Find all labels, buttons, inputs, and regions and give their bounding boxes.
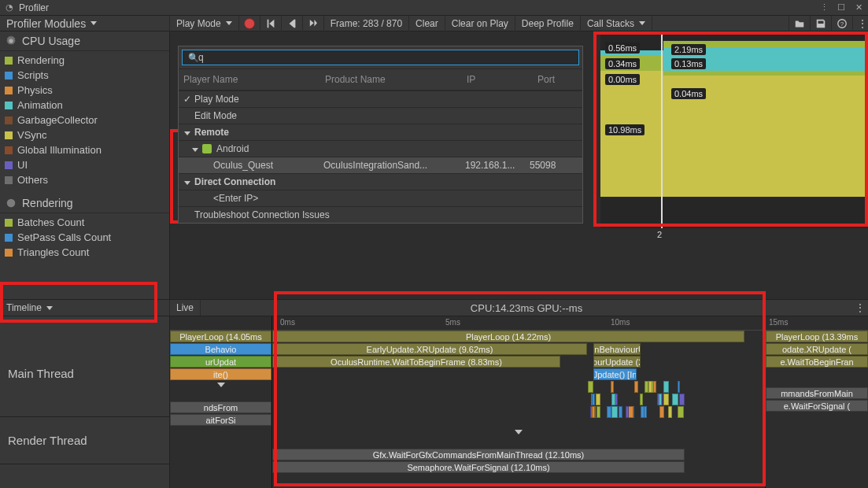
timeline-bar[interactable]: PlayerLoop (13.39ms — [766, 331, 868, 342]
rendering-module-header[interactable]: Rendering — [0, 194, 169, 213]
deep-profile-button[interactable]: Deep Profile — [515, 16, 581, 31]
clear-on-play-button[interactable]: Clear on Play — [445, 16, 515, 31]
legend-item[interactable]: Physics — [5, 83, 164, 98]
timeline-bar[interactable]: EarlyUpdate.XRUpdate (9.62ms) — [272, 343, 587, 355]
rendering-legend: Batches CountSetPass Calls CountTriangle… — [0, 213, 169, 261]
legend-item[interactable]: VSync — [5, 128, 164, 142]
profiler-modules-dropdown[interactable]: Profiler Modules — [0, 16, 170, 31]
frame-prev-button[interactable] — [282, 16, 303, 31]
timeline-bar[interactable]: aitForSi — [170, 414, 271, 426]
ruler-tick: 10ms — [611, 318, 630, 327]
call-stacks-dropdown[interactable]: Call Stacks — [581, 16, 652, 31]
legend-label: VSync — [17, 129, 47, 141]
timeline-bar[interactable]: e.WaitToBeginFran — [766, 356, 868, 368]
legend-swatch — [5, 249, 13, 257]
timeline-bar[interactable]: unBehaviourU — [593, 343, 641, 355]
expand-icon[interactable] — [515, 430, 523, 434]
main-toolbar: Profiler Modules Play Mode Frame: 283 / … — [0, 16, 868, 31]
timeline-bar[interactable]: Semaphore.WaitForSignal (12.10ms) — [272, 461, 685, 473]
legend-item[interactable]: Scripts — [5, 68, 164, 83]
legend-item[interactable]: SetPass Calls Count — [5, 230, 164, 245]
chart-value-label: 0.04ms — [671, 88, 706, 99]
legend-item[interactable]: Triangles Count — [5, 245, 164, 260]
chart-value-label: 0.34ms — [605, 58, 640, 69]
overflow-menu-button[interactable]: ⋮ — [852, 16, 868, 31]
legend-label: UI — [17, 159, 28, 171]
timeline-view-dropdown[interactable]: Timeline — [0, 300, 170, 316]
chart-frame-label: 2 — [657, 230, 662, 239]
row-enter-ip[interactable]: <Enter IP> — [179, 190, 582, 206]
profiler-icon: ◔ — [3, 2, 16, 14]
expand-icon[interactable] — [217, 383, 225, 387]
timeline-toolbar: Timeline Live CPU:14.23ms GPU:--ms ⋮ — [0, 299, 868, 316]
timeline-bar[interactable]: urUpdat — [170, 356, 271, 368]
frame-first-button[interactable] — [260, 16, 282, 31]
timeline-bar[interactable]: ite() — [170, 368, 271, 380]
svg-rect-9 — [663, 71, 868, 76]
legend-swatch — [5, 131, 13, 139]
timeline-bar[interactable]: iourUpdate (2 — [593, 356, 641, 368]
legend-swatch — [5, 176, 13, 184]
col-port: Port — [533, 72, 572, 87]
frame-indicator: Frame: 283 / 870 — [324, 16, 409, 31]
legend-item[interactable]: Global Illumination — [5, 142, 164, 157]
legend-label: SetPass Calls Count — [17, 231, 111, 243]
window-menu-icon[interactable]: ⋮ — [818, 2, 830, 14]
legend-swatch — [5, 234, 13, 242]
timeline-canvas[interactable]: PlayerLoop (14.05msBehaviourUpdatite() n… — [170, 316, 868, 488]
timeline-bar[interactable]: PlayerLoop (14.05ms — [170, 331, 271, 342]
cpu-gpu-readout: CPU:14.23ms GPU:--ms — [201, 301, 852, 316]
svg-text:?: ? — [840, 20, 844, 27]
legend-item[interactable]: UI — [5, 157, 164, 172]
legend-label: Batches Count — [17, 216, 84, 228]
timeline-bar[interactable]: mmandsFromMain — [766, 387, 868, 399]
row-direct-connection[interactable]: Direct Connection — [179, 173, 582, 190]
ruler-tick: 15ms — [769, 318, 788, 327]
help-button[interactable]: ? — [831, 16, 852, 31]
legend-swatch — [5, 102, 13, 109]
gear-icon — [5, 197, 17, 209]
row-edit-mode[interactable]: Edit Mode — [179, 107, 582, 124]
timeline-bar[interactable]: PlayerLoop (14.22ms) — [272, 331, 744, 342]
cpu-chart[interactable]: 0.56ms0.34ms0.00ms10.98ms2.19ms0.13ms0.0… — [600, 31, 868, 228]
legend-item[interactable]: Animation — [5, 98, 164, 113]
target-search-input[interactable] — [182, 50, 579, 65]
save-button[interactable] — [810, 16, 831, 31]
row-android[interactable]: Android — [179, 140, 582, 157]
legend-swatch — [5, 57, 13, 65]
svg-point-3 — [7, 199, 16, 208]
play-mode-dropdown[interactable]: Play Mode — [170, 16, 239, 31]
legend-swatch — [5, 146, 13, 154]
timeline-bar[interactable]: ndsFrom — [170, 401, 271, 413]
row-play-mode[interactable]: Play Mode — [179, 91, 582, 107]
android-icon — [202, 144, 212, 153]
legend-item[interactable]: GarbageCollector — [5, 113, 164, 128]
timeline-bar[interactable]: odate.XRUpdate ( — [766, 343, 868, 355]
render-thread-label: Render Thread — [0, 417, 169, 464]
legend-item[interactable]: Batches Count — [5, 215, 164, 230]
timeline-bar[interactable]: OculusRuntime.WaitToBeginFrame (8.83ms) — [272, 356, 560, 368]
timeline-overflow-button[interactable]: ⋮ — [852, 302, 868, 313]
timeline-bar[interactable]: Behavio — [170, 343, 271, 355]
cpu-module-header[interactable]: CPU Usage — [0, 31, 169, 51]
col-product-name: Product Name — [320, 72, 462, 87]
timeline-bar[interactable]: e.WaitForSignal ( — [766, 400, 868, 412]
clear-button[interactable]: Clear — [409, 16, 445, 31]
legend-item[interactable]: Others — [5, 172, 164, 187]
cpu-legend: RenderingScriptsPhysicsAnimationGarbageC… — [0, 51, 169, 189]
load-button[interactable] — [789, 16, 810, 31]
row-remote[interactable]: Remote — [179, 124, 582, 140]
maximize-icon[interactable]: ☐ — [835, 2, 848, 14]
row-device-oculus[interactable]: Oculus_Quest OculusIntegrationSand... 19… — [179, 157, 582, 173]
timeline-bar[interactable]: Gfx.WaitForGfxCommandsFromMainThread (12… — [272, 449, 685, 460]
record-button[interactable] — [239, 16, 260, 31]
live-button[interactable]: Live — [170, 300, 201, 316]
timeline-bar[interactable]: Jpdate() [In — [593, 368, 637, 380]
close-icon[interactable]: ✕ — [852, 2, 865, 14]
legend-swatch — [5, 219, 13, 227]
row-troubleshoot[interactable]: Troubleshoot Connection Issues — [179, 206, 582, 223]
legend-item[interactable]: Rendering — [5, 53, 164, 68]
legend-label: Others — [17, 174, 48, 186]
frame-next-button[interactable] — [303, 16, 324, 31]
legend-label: Scripts — [17, 69, 49, 81]
